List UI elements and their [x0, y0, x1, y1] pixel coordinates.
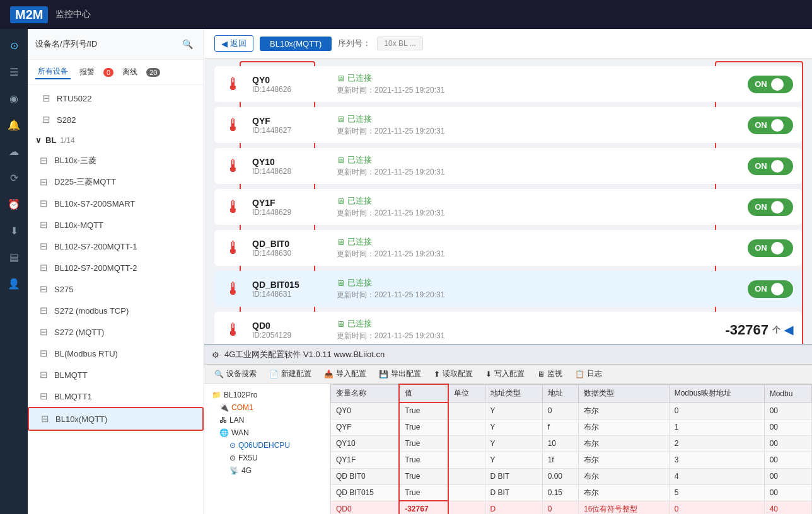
table-row: QYF True Y f 布尔 1 00 — [331, 419, 812, 435]
toolbar-import-config[interactable]: 📥 导入配置 — [322, 367, 369, 380]
toggle-label-qdbit015: ON — [755, 284, 767, 294]
nav-monitor-icon[interactable]: ⊙ — [3, 34, 25, 57]
device-item-label: S272 (modbus TCP) — [54, 306, 129, 316]
folder-icon: 📁 — [212, 391, 221, 399]
device-item-label: S272 (MQTT) — [54, 328, 104, 337]
cell-modbus: 1 — [669, 419, 764, 435]
offline-badge: 20 — [146, 68, 160, 77]
popup-data-table: 变量名称 值 单位 地址类型 地址 数据类型 Modbus映射地址 Modbu — [330, 384, 812, 514]
device-item-label: BL10x-三菱 — [54, 155, 96, 166]
cell-name: QY10 — [331, 435, 400, 452]
value-number-qd0: -32767 — [725, 322, 768, 338]
status-connected-qy1f: 🖥已连接 — [337, 195, 739, 207]
device-search-icon[interactable]: 🔍 — [178, 35, 196, 53]
device-name-qy1f: QY1F — [252, 198, 328, 208]
monitor-icon: 🖥 — [337, 278, 345, 288]
device-item-label: RTU5022 — [57, 94, 91, 103]
cell-datatype: 布尔 — [579, 452, 670, 468]
device-icon: ⊟ — [38, 305, 49, 316]
device-group-bl[interactable]: ∨ BL 1/14 — [28, 130, 204, 150]
toolbar-log[interactable]: 📋 日志 — [572, 367, 605, 380]
device-icon: ⊟ — [40, 114, 52, 125]
toolbar-write-config[interactable]: ⬇ 写入配置 — [483, 367, 527, 380]
toolbar-monitor[interactable]: 🖥 监视 — [535, 367, 565, 380]
thermometer-icon-qdbit0: 🌡 — [223, 237, 243, 258]
cell-name: QY0 — [331, 403, 400, 419]
list-item[interactable]: ⊟ BL10x-MQTT — [28, 214, 204, 236]
toolbar-read-config[interactable]: ⬆ 读取配置 — [431, 367, 475, 380]
cell-unit — [448, 435, 485, 452]
value-arrow-icon[interactable]: ◀ — [784, 323, 793, 337]
filter-alarm-btn[interactable]: 报警 — [77, 66, 97, 79]
toolbar-new-config[interactable]: 📄 新建配置 — [267, 367, 314, 380]
serial-value: 10x BL ... — [377, 37, 422, 50]
cell-value: -32767 — [399, 501, 448, 514]
toolbar-export-config[interactable]: 💾 导出配置 — [376, 367, 424, 380]
toggle-on-qy1f[interactable]: ON — [748, 198, 793, 216]
status-connected-qdbit0: 🖥已连接 — [337, 236, 739, 248]
list-item[interactable]: ⊟ S272 (modbus TCP) — [28, 300, 204, 321]
toolbar-device-search[interactable]: 🔍 设备搜索 — [212, 367, 259, 380]
filter-all-btn[interactable]: 所有设备 — [35, 65, 71, 79]
list-item[interactable]: ⊟ S282 — [28, 109, 204, 130]
tree-item-fx5u[interactable]: ⊙ FX5U — [209, 452, 325, 464]
list-item[interactable]: ⊟ BL10x-S7-200SMART — [28, 193, 204, 214]
toggle-on-qdbit0[interactable]: ON — [748, 239, 793, 257]
list-item[interactable]: ⊟ RTU5022 — [28, 88, 204, 109]
list-item[interactable]: ⊟ BL102-S7-200MQTT-2 — [28, 257, 204, 278]
cell-unit — [448, 452, 485, 468]
list-item[interactable]: ⊟ D225-三菱MQTT — [28, 171, 204, 193]
filter-offline-btn[interactable]: 离线 — [120, 66, 140, 79]
nav-refresh-icon[interactable]: ⟳ — [3, 166, 25, 189]
tree-item-root[interactable]: 📁 BL102Pro — [209, 389, 325, 401]
nav-table-icon[interactable]: ▤ — [3, 246, 25, 268]
nav-list-icon[interactable]: ☰ — [3, 60, 25, 83]
logo: M2M — [10, 6, 48, 23]
toggle-on-qy10[interactable]: ON — [748, 157, 793, 175]
nav-location-icon[interactable]: ◉ — [3, 87, 25, 110]
toolbar-btn-label: 监视 — [547, 368, 562, 379]
tree-item-wan[interactable]: 🌐 WAN — [209, 426, 325, 439]
list-item[interactable]: ⊟ S275 — [28, 278, 204, 300]
nav-download-icon[interactable]: ⬇ — [3, 219, 25, 242]
list-item[interactable]: ⊟ S272 (MQTT) — [28, 321, 204, 343]
device-item-label: BLMQTT1 — [54, 392, 92, 401]
list-item[interactable]: ⊟ BLMQTT — [28, 364, 204, 386]
device-item-label: BL10x(MQTT) — [55, 414, 107, 424]
com-icon: 🔌 — [219, 403, 229, 412]
nav-cloud-icon[interactable]: ☁ — [3, 140, 25, 163]
tree-label: BL102Pro — [224, 391, 257, 399]
cell-addrtype: D — [485, 501, 542, 514]
active-tab[interactable]: BL10x(MQTT) — [260, 37, 332, 51]
tree-item-4g[interactable]: 📡 4G — [209, 464, 325, 477]
back-button[interactable]: ◀ 返回 — [214, 35, 253, 52]
toggle-on-qdbit015[interactable]: ON — [748, 280, 793, 298]
list-item[interactable]: ⊟ BLMQTT1 — [28, 386, 204, 407]
cell-addrtype: D BIT — [485, 484, 542, 501]
status-time-qy1f: 更新时间：2021-11-25 19:20:31 — [337, 208, 739, 219]
device-id-qdbit015: ID:1448631 — [252, 290, 328, 299]
toolbar-btn-label: 新建配置 — [281, 368, 311, 379]
toggle-circle-qdbit0 — [771, 242, 784, 254]
toggle-on-qy0[interactable]: ON — [748, 76, 793, 93]
monitor-icon: 🖥 — [337, 115, 345, 124]
toolbar-btn-label: 导出配置 — [391, 368, 421, 379]
tree-item-com1[interactable]: 🔌 COM1 — [209, 401, 325, 414]
tree-item-lan[interactable]: 🖧 LAN — [209, 414, 325, 426]
toggle-on-qyf[interactable]: ON — [748, 117, 793, 134]
cell-unit — [448, 501, 485, 514]
list-item[interactable]: ⊟ BL102-S7-200MQTT-1 — [28, 236, 204, 257]
cell-modbus: 0 — [669, 501, 764, 514]
list-item[interactable]: ⊟ BL(Modbus RTU) — [28, 343, 204, 364]
cell-modbus: 2 — [669, 435, 764, 452]
tree-item-q06udehcpu[interactable]: ⊙ Q06UDEHCPU — [209, 439, 325, 452]
nav-clock-icon[interactable]: ⏰ — [3, 193, 25, 215]
nav-user-icon[interactable]: 👤 — [3, 272, 25, 295]
list-item-bl10x-mqtt-active[interactable]: ⊟ BL10x(MQTT) — [28, 407, 204, 431]
cell-addr: f — [542, 419, 578, 435]
list-item[interactable]: ⊟ BL10x-三菱 — [28, 150, 204, 171]
tree-label: 4G — [241, 466, 252, 475]
cell-addr: 1f — [542, 452, 578, 468]
nav-bell-icon[interactable]: 🔔 — [3, 113, 25, 136]
col-header-name: 变量名称 — [331, 384, 400, 403]
